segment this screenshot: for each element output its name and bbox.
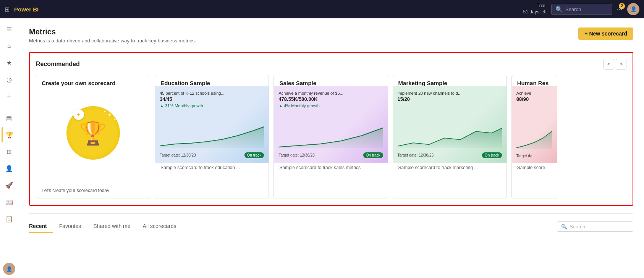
create-card-desc: Let's create your scorecard today xyxy=(36,186,150,199)
education-metric-growth: ▲ 31% Monthly growth xyxy=(160,103,264,108)
sales-growth-arrow-icon: ▲ xyxy=(278,103,283,108)
sidebar-item-deploy[interactable]: 🚀 xyxy=(2,178,17,193)
marketing-metric-value: 15/20 xyxy=(398,96,502,102)
tab-all-scorecards[interactable]: All scorecards xyxy=(137,220,183,233)
sparkle-icon-3: ✦ xyxy=(104,110,106,113)
sales-target-date: Target date: 12/30/23 xyxy=(278,153,315,157)
sidebar-item-home[interactable]: ⌂ xyxy=(2,38,17,53)
sales-metric-label: Achieve a monthly revenue of $5... xyxy=(278,91,383,95)
user-avatar[interactable]: 👤 xyxy=(627,3,639,15)
sidebar-item-recent[interactable]: ◷ xyxy=(2,72,17,87)
recommended-header: Recommended < > xyxy=(36,59,626,70)
recommended-title: Recommended xyxy=(36,61,80,68)
svg-marker-1 xyxy=(278,128,383,148)
marketing-card-desc: Sample scorecard to track marketing ... xyxy=(393,163,506,176)
trophy-circle: + ✦ ✦ ✦ 🏆 xyxy=(66,106,120,160)
marketing-metric-label: Implement 20 new channels to d... xyxy=(398,91,502,95)
sales-sample-card[interactable]: Sales Sample Achieve a monthly revenue o… xyxy=(273,75,388,199)
topbar: ⊞ Power BI Trial: 51 days left 🔍 ··· 2 👤 xyxy=(0,0,644,18)
sidebar-item-workspaces[interactable]: ⊞ xyxy=(2,144,17,159)
marketing-card-preview: Implement 20 new channels to d... 15/20 xyxy=(393,86,506,163)
marketing-card-title: Marketing Sample xyxy=(393,75,506,86)
hr-target-date: Target da xyxy=(516,154,532,158)
sales-mini-chart xyxy=(278,111,383,148)
search-input[interactable] xyxy=(565,6,608,12)
education-mini-chart xyxy=(160,111,264,148)
marketing-status-badge: On track xyxy=(482,152,502,158)
trial-info: Trial: 51 days left xyxy=(523,3,547,15)
plus-badge: + xyxy=(73,109,84,120)
growth-arrow-icon: ▲ xyxy=(160,103,164,108)
tab-shared[interactable]: Shared with me xyxy=(87,220,136,233)
hr-sample-card[interactable]: Human Res Achieve 88/90 xyxy=(511,75,557,199)
page-subtitle: Metrics is a data-driven and collaborati… xyxy=(29,38,196,44)
sidebar-user-avatar[interactable]: 👤 xyxy=(3,263,15,275)
education-target-date: Target date: 12/30/23 xyxy=(160,153,196,157)
trophy-icon: 🏆 xyxy=(79,120,107,147)
marketing-sample-card[interactable]: Marketing Sample Implement 20 new channe… xyxy=(393,75,507,199)
marketing-card-footer: Target date: 12/30/23 On track xyxy=(398,152,502,158)
sidebar-item-reports[interactable]: 📋 xyxy=(2,211,17,226)
bottom-search-icon: 🔍 xyxy=(561,224,567,230)
education-sample-card[interactable]: Education Sample 45 percent of K-12 scho… xyxy=(155,75,269,199)
marketing-mini-chart xyxy=(398,105,502,148)
svg-marker-2 xyxy=(398,128,502,148)
sparkle-icon-1: ✦ xyxy=(108,112,112,118)
cards-row: Create your own scorecard + ✦ ✦ ✦ 🏆 Let'… xyxy=(36,75,626,199)
sidebar-item-menu[interactable]: ☰ xyxy=(2,21,17,37)
next-arrow-button[interactable]: > xyxy=(616,59,626,70)
education-card-title: Education Sample xyxy=(155,75,269,86)
sales-card-footer: Target date: 12/30/23 On track xyxy=(278,152,383,158)
global-search[interactable]: 🔍 xyxy=(551,4,612,15)
app-logo: Power BI xyxy=(14,6,39,13)
education-card-preview: 45 percent of K-12 schools using... 34/4… xyxy=(155,86,269,163)
notifications-btn[interactable]: ··· 2 xyxy=(617,5,623,13)
sales-status-badge: On track xyxy=(363,152,383,158)
bottom-search-input[interactable] xyxy=(570,224,629,230)
hr-card-title: Human Res xyxy=(512,75,557,86)
recommended-section: Recommended < > Create your own scorecar… xyxy=(29,52,633,206)
sidebar-item-learn[interactable]: 📖 xyxy=(2,194,17,210)
hr-card-footer: Target da xyxy=(516,154,552,158)
education-status-badge: On track xyxy=(244,152,264,158)
prev-arrow-button[interactable]: < xyxy=(604,59,614,70)
sidebar-item-people[interactable]: 👤 xyxy=(2,161,17,176)
page-title: Metrics xyxy=(29,27,196,36)
sales-metric-value: 478.55K/500.00K xyxy=(278,96,383,102)
sidebar-divider xyxy=(5,107,14,107)
create-card-body: + ✦ ✦ ✦ 🏆 xyxy=(36,86,150,186)
sales-card-desc: Sample scorecard to track sales metrics xyxy=(274,163,387,176)
sidebar-item-data[interactable]: ▤ xyxy=(2,110,17,126)
education-metric-value: 34/45 xyxy=(160,96,264,102)
page-header: Metrics Metrics is a data-driven and col… xyxy=(29,27,633,50)
sales-card-title: Sales Sample xyxy=(274,75,387,86)
education-card-footer: Target date: 12/30/23 On track xyxy=(160,152,264,158)
svg-marker-0 xyxy=(160,127,264,148)
hr-metric-label: Achieve xyxy=(516,91,552,95)
sales-metric-growth: ▲ 4% Monthly growth xyxy=(278,103,383,108)
sidebar-item-metrics[interactable]: 🏆 xyxy=(2,127,17,142)
tab-recent[interactable]: Recent xyxy=(29,220,53,233)
hr-card-desc: Sample score xyxy=(512,163,557,176)
create-card-title: Create your own scorecard xyxy=(36,75,150,86)
main-content: Metrics Metrics is a data-driven and col… xyxy=(18,18,644,278)
sparkle-icon-2: ✦ xyxy=(113,118,116,121)
sidebar-item-create[interactable]: + xyxy=(2,89,17,104)
hr-mini-chart xyxy=(516,105,552,149)
sidebar-item-favorites[interactable]: ★ xyxy=(2,55,17,70)
hr-card-preview: Achieve 88/90 xyxy=(512,86,557,163)
bottom-search-box[interactable]: 🔍 xyxy=(557,221,633,232)
sales-card-preview: Achieve a monthly revenue of $5... 478.5… xyxy=(274,86,387,163)
nav-arrows: < > xyxy=(604,59,626,70)
hr-metric-value: 88/90 xyxy=(516,96,552,102)
tabs-row: Recent Favorites Shared with me All scor… xyxy=(29,220,182,233)
tab-favorites[interactable]: Favorites xyxy=(53,220,87,233)
education-metric-label: 45 percent of K-12 schools using... xyxy=(160,91,264,95)
notification-badge: 2 xyxy=(619,3,625,9)
new-scorecard-button[interactable]: + New scorecard xyxy=(578,27,633,40)
education-card-desc: Sample scorecard to track education ... xyxy=(155,163,269,176)
sidebar: ☰ ⌂ ★ ◷ + ▤ 🏆 ⊞ 👤 🚀 📖 📋 👤 xyxy=(0,18,18,278)
bottom-section: Recent Favorites Shared with me All scor… xyxy=(29,213,633,233)
grid-icon[interactable]: ⊞ xyxy=(5,6,10,13)
create-scorecard-card[interactable]: Create your own scorecard + ✦ ✦ ✦ 🏆 Let'… xyxy=(36,75,150,199)
